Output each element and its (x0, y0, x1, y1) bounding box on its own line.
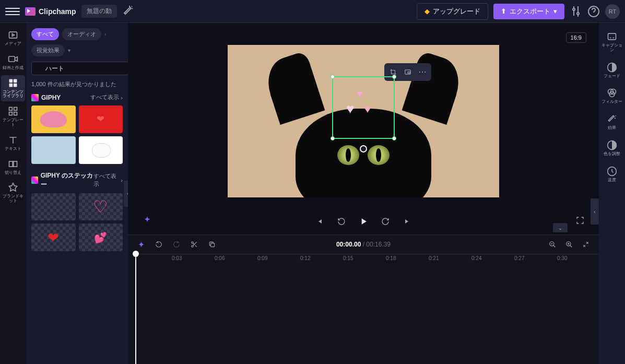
stickers-show-all[interactable]: すべて表示› (93, 172, 123, 188)
sticker-thumb[interactable] (31, 224, 76, 251)
resize-handle[interactable] (392, 75, 396, 79)
sidebar-item-transition[interactable]: 切り替え (1, 156, 25, 178)
fullscreen-icon[interactable] (576, 216, 584, 227)
playback-controls (128, 208, 599, 234)
giphy-thumb[interactable] (31, 105, 76, 133)
svg-rect-6 (14, 79, 17, 83)
resize-handle[interactable] (331, 75, 335, 79)
rightbar-item-fade[interactable]: フェード (600, 59, 624, 82)
brand-logo-icon (25, 7, 36, 16)
brand: Clipchamp (25, 7, 76, 16)
giphy-thumb[interactable] (31, 136, 76, 164)
ai-enhance-icon[interactable] (143, 216, 152, 227)
split-icon[interactable] (188, 239, 200, 250)
ruler-tick: 0:21 (429, 255, 439, 261)
user-avatar[interactable]: RT (605, 4, 620, 19)
sticker-thumb[interactable] (79, 224, 123, 251)
giphy-section-label: GIPHY (31, 94, 61, 101)
menu-icon[interactable] (5, 4, 20, 19)
sidebar-item-brandkit[interactable]: ブランドキット (1, 180, 25, 206)
svg-rect-17 (408, 72, 410, 73)
copy-icon[interactable] (206, 239, 218, 250)
svg-rect-4 (9, 56, 15, 62)
sticker-thumb[interactable] (31, 193, 76, 221)
search-input[interactable] (31, 62, 128, 75)
ruler-tick: 0:06 (215, 255, 225, 261)
svg-rect-12 (14, 112, 17, 115)
sidebar-item-library[interactable]: コンテンツライブラリ (1, 75, 25, 102)
redo-icon[interactable] (171, 239, 182, 250)
rightbar-item-speed[interactable]: 速度 (600, 163, 624, 186)
chevron-down-icon: ▾ (553, 7, 557, 15)
forward-icon[interactable] (378, 214, 393, 229)
rightbar-item-filter[interactable]: フィルター (600, 85, 624, 108)
rewind-icon[interactable] (334, 214, 349, 229)
upgrade-label: アップグレード (433, 7, 480, 16)
ruler-tick: 0:03 (172, 255, 182, 261)
resize-handle[interactable] (392, 136, 396, 140)
ruler-tick: 0:30 (557, 255, 567, 261)
timecode: 00:00.00 / 00:16.39 (336, 241, 391, 248)
magic-wand-icon[interactable] (122, 5, 135, 18)
zoom-out-icon[interactable] (547, 239, 558, 250)
chevron-right-icon[interactable]: › (104, 31, 106, 37)
sidebar-item-text[interactable]: テキスト (1, 132, 25, 154)
giphy-thumb[interactable] (79, 136, 123, 164)
panel-collapse-button[interactable]: ‹ (124, 181, 128, 207)
giphy-thumb[interactable] (79, 105, 123, 133)
svg-rect-10 (14, 108, 17, 111)
ruler-tick: 0:12 (300, 255, 310, 261)
sticker-thumb[interactable] (79, 193, 123, 221)
rightbar-item-color[interactable]: 色を調整 (600, 137, 624, 160)
giphy-logo-icon (31, 94, 39, 101)
svg-rect-8 (14, 83, 17, 87)
svg-point-1 (577, 13, 579, 15)
undo-icon[interactable] (153, 239, 164, 250)
filter-all[interactable]: すべて (31, 28, 59, 40)
upgrade-button[interactable]: ◆ アップグレード (417, 3, 488, 20)
sidebar-item-templates[interactable]: テンプレート (1, 103, 25, 130)
selection-box[interactable]: ♥ ♥ ♥ (332, 76, 395, 139)
play-button[interactable] (356, 214, 371, 229)
right-sidebar: キャプション フェード フィルター 効果 色を調整 速度 (599, 23, 625, 364)
rightbar-item-caption[interactable]: キャプション (600, 28, 624, 56)
more-icon[interactable]: ⋯ (416, 66, 429, 78)
export-button[interactable]: ⬆ エクスポート ▾ (493, 4, 564, 19)
upload-icon: ⬆ (501, 7, 506, 15)
content-panel: すべて オーディオ › 視覚効果 ▾ 1,000 件の結果が見つかりました GI… (26, 23, 128, 364)
aspect-ratio-button[interactable]: 16:9 (566, 32, 586, 43)
fit-icon[interactable] (580, 239, 592, 250)
export-label: エクスポート (510, 7, 550, 16)
video-preview[interactable]: ⋯ ♥ ♥ ♥ (228, 45, 499, 197)
chevron-down-icon[interactable]: ▾ (68, 48, 70, 53)
filter-audio[interactable]: オーディオ (62, 28, 101, 40)
sidebar-item-record[interactable]: 録画と作成 (1, 51, 25, 73)
giphy-show-all[interactable]: すべて表示› (90, 93, 123, 101)
sidebar-item-media[interactable]: メディア (1, 27, 25, 49)
zoom-in-icon[interactable] (563, 239, 575, 250)
settings-icon[interactable] (570, 5, 582, 18)
svg-rect-11 (9, 112, 13, 115)
rightbar-collapse-button[interactable]: ‹ (591, 198, 599, 225)
timeline-collapse-button[interactable]: ⌄ (553, 223, 568, 232)
rightbar-item-effect[interactable]: 効果 (600, 111, 624, 134)
ruler-tick: 0:09 (257, 255, 267, 261)
skip-start-icon[interactable] (312, 214, 327, 229)
svg-rect-7 (9, 83, 13, 87)
playhead[interactable] (135, 254, 136, 364)
svg-rect-9 (9, 108, 13, 111)
pip-icon[interactable] (402, 66, 414, 78)
chevron-right-icon: › (121, 177, 123, 183)
project-title[interactable]: 無題の動 (81, 5, 117, 18)
svg-rect-5 (9, 79, 13, 83)
filter-visual[interactable]: 視覚効果 (31, 44, 65, 56)
brand-name: Clipchamp (39, 7, 76, 16)
ruler-tick: 0:24 (471, 255, 481, 261)
resize-handle[interactable] (331, 136, 335, 140)
skip-end-icon[interactable] (400, 214, 415, 229)
ai-timeline-icon[interactable]: ✦ (135, 239, 147, 250)
ruler-tick: 0:18 (386, 255, 396, 261)
rotate-handle[interactable] (360, 145, 367, 152)
timeline-ruler[interactable]: 0:030:060:090:120:150:180:210:240:270:30 (135, 254, 599, 265)
help-icon[interactable] (587, 5, 600, 18)
